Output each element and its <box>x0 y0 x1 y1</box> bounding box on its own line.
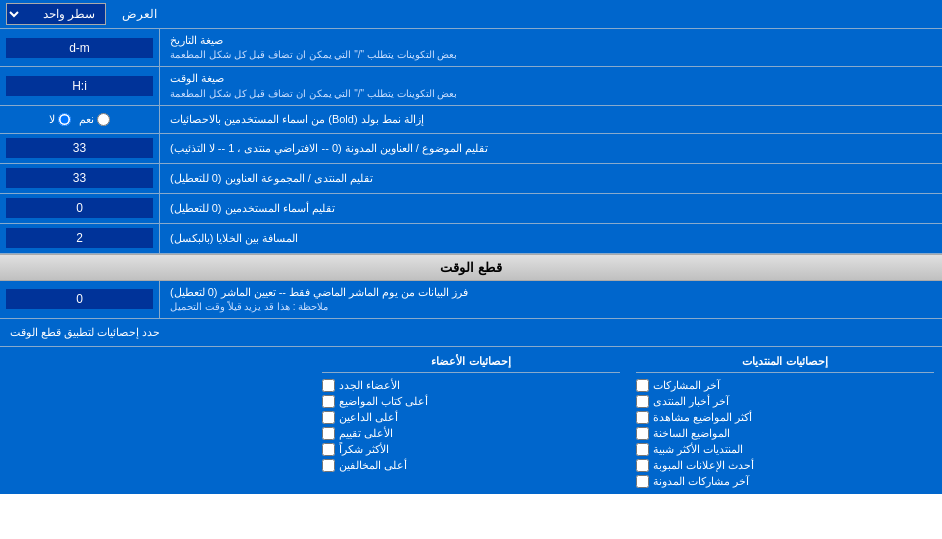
top-label: العرض <box>112 0 942 28</box>
checkbox-item-2: آخر أخبار المنتدى <box>636 395 934 408</box>
subject-order-input[interactable] <box>6 138 153 158</box>
gap-input-cell <box>0 224 160 253</box>
top-row: العرض سطر واحد سطرين ثلاثة أسطر <box>0 0 942 29</box>
radio-no[interactable] <box>58 113 71 126</box>
gap-label: المسافة بين الخلايا (بالبكسل) <box>160 224 942 253</box>
forum-order-label: تقليم المنتدى / المجموعة العناوين (0 للت… <box>160 164 942 193</box>
checkbox-col1-1[interactable] <box>636 395 649 408</box>
gap-row: المسافة بين الخلايا (بالبكسل) <box>0 224 942 254</box>
checkbox-item-m4: الأعلى تقييم <box>322 427 620 440</box>
checkbox-col2-0[interactable] <box>322 379 335 392</box>
checkbox-col2-5[interactable] <box>322 459 335 472</box>
gap-input[interactable] <box>6 228 153 248</box>
col1-header: إحصائيات المنتديات <box>636 353 934 373</box>
checkbox-item-m3: أعلى الداعين <box>322 411 620 424</box>
users-order-input-cell <box>0 194 160 223</box>
checkbox-item-m2: أعلى كتاب المواضيع <box>322 395 620 408</box>
checkbox-col1-2[interactable] <box>636 411 649 424</box>
checkbox-item-5: المنتديات الأكثر شبية <box>636 443 934 456</box>
forum-order-input[interactable] <box>6 168 153 188</box>
checkbox-col1-6[interactable] <box>636 475 649 488</box>
cutoff-filter-input[interactable] <box>6 289 153 309</box>
users-order-input[interactable] <box>6 198 153 218</box>
hadd-row: حدد إحصائيات لتطبيق قطع الوقت <box>0 319 942 347</box>
top-select-cell: سطر واحد سطرين ثلاثة أسطر <box>0 0 112 28</box>
hadd-label: حدد إحصائيات لتطبيق قطع الوقت <box>0 319 942 346</box>
forum-order-input-cell <box>0 164 160 193</box>
checkbox-item-m1: الأعضاء الجدد <box>322 379 620 392</box>
bold-remove-label: إزالة نمط بولد (Bold) من اسماء المستخدمي… <box>160 106 942 133</box>
cutoff-filter-label: فرز البيانات من يوم الماشر الماضي فقط --… <box>160 281 942 318</box>
time-format-input-cell <box>0 67 160 104</box>
checkbox-col-forums: إحصائيات المنتديات آخر المشاركات آخر أخب… <box>628 351 942 490</box>
date-format-input-cell <box>0 29 160 66</box>
forum-order-row: تقليم المنتدى / المجموعة العناوين (0 للت… <box>0 164 942 194</box>
cutoff-section-header: قطع الوقت <box>0 254 942 281</box>
bold-remove-row: إزالة نمط بولد (Bold) من اسماء المستخدمي… <box>0 106 942 134</box>
radio-yes-label[interactable]: نعم <box>79 113 110 126</box>
radio-yes[interactable] <box>97 113 110 126</box>
checkbox-item-3: أكثر المواضيع مشاهدة <box>636 411 934 424</box>
checkbox-col-members: إحصائيات الأعضاء الأعضاء الجدد أعلى كتاب… <box>314 351 628 490</box>
date-format-input[interactable] <box>6 38 153 58</box>
date-format-row: صيغة التاريخ بعض التكوينات يتطلب "/" الت… <box>0 29 942 67</box>
checkbox-item-m5: الأكثر شكراً <box>322 443 620 456</box>
checkbox-col2-1[interactable] <box>322 395 335 408</box>
main-container: العرض سطر واحد سطرين ثلاثة أسطر صيغة الت… <box>0 0 942 494</box>
date-format-label: صيغة التاريخ بعض التكوينات يتطلب "/" الت… <box>160 29 942 66</box>
checkbox-col2-4[interactable] <box>322 443 335 456</box>
time-format-label: صيغة الوقت بعض التكوينات يتطلب "/" التي … <box>160 67 942 104</box>
checkbox-col1-3[interactable] <box>636 427 649 440</box>
time-format-row: صيغة الوقت بعض التكوينات يتطلب "/" التي … <box>0 67 942 105</box>
bold-remove-radio-cell: نعم لا <box>0 106 160 133</box>
users-order-row: تقليم أسماء المستخدمين (0 للتعطيل) <box>0 194 942 224</box>
checkbox-item-6: أحدث الإعلانات المبوبة <box>636 459 934 472</box>
col2-header: إحصائيات الأعضاء <box>322 353 620 373</box>
checkbox-col2-3[interactable] <box>322 427 335 440</box>
display-select[interactable]: سطر واحد سطرين ثلاثة أسطر <box>6 3 106 25</box>
users-order-label: تقليم أسماء المستخدمين (0 للتعطيل) <box>160 194 942 223</box>
checkbox-item-m6: أعلى المخالفين <box>322 459 620 472</box>
time-format-input[interactable] <box>6 76 153 96</box>
checkbox-item-7: آخر مشاركات المدونة <box>636 475 934 488</box>
checkbox-col1-4[interactable] <box>636 443 649 456</box>
checkbox-col-right <box>0 351 314 490</box>
subject-order-row: تقليم الموضوع / العناوين المدونة (0 -- ا… <box>0 134 942 164</box>
checkbox-item-1: آخر المشاركات <box>636 379 934 392</box>
checkbox-col1-0[interactable] <box>636 379 649 392</box>
subject-order-input-cell <box>0 134 160 163</box>
cutoff-filter-input-cell <box>0 281 160 318</box>
checkbox-col2-2[interactable] <box>322 411 335 424</box>
subject-order-label: تقليم الموضوع / العناوين المدونة (0 -- ا… <box>160 134 942 163</box>
checkbox-item-4: المواضيع الساخنة <box>636 427 934 440</box>
checkbox-area: إحصائيات المنتديات آخر المشاركات آخر أخب… <box>0 347 942 494</box>
cutoff-filter-row: فرز البيانات من يوم الماشر الماضي فقط --… <box>0 281 942 319</box>
radio-no-label[interactable]: لا <box>49 113 71 126</box>
checkbox-col1-5[interactable] <box>636 459 649 472</box>
